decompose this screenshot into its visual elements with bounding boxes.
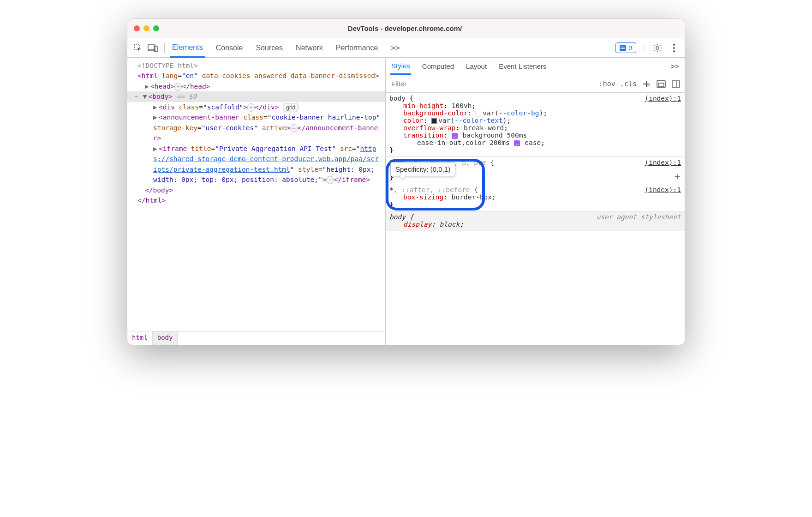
styles-panel: Styles Computed Layout Event Listeners >… [386,58,685,345]
more-menu-icon[interactable] [668,42,680,54]
issues-icon [619,45,627,51]
main-toolbar: Elements Console Sources Network Perform… [127,38,685,58]
selector: body { [389,95,413,102]
bezier-icon[interactable] [452,133,458,139]
div-scaffold[interactable]: ▶<div class="scaffold">⋯</div> grid [131,102,382,112]
tab-elements[interactable]: Elements [170,39,205,58]
main-split: <!DOCTYPE html> <html lang="en" data-coo… [127,58,685,345]
styles-tabs-overflow[interactable]: >> [670,59,680,74]
panel-tabs: Elements Console Sources Network Perform… [170,39,402,57]
tabs-overflow[interactable]: >> [389,39,401,57]
issues-badge[interactable]: 3 [615,42,636,53]
body-close: </body> [145,186,173,194]
ellipsis-icon[interactable]: ⋯ [247,103,255,112]
titlebar: DevTools - developer.chrome.com/ [127,19,685,38]
toggle-sidebar-icon[interactable] [671,79,681,89]
stab-layout[interactable]: Layout [465,59,488,74]
add-declaration-icon[interactable]: + [675,171,680,182]
styles-filter-row: :hov .cls [386,75,685,93]
stab-computed[interactable]: Computed [421,59,455,74]
rule-block-ua[interactable]: body { user agent stylesheet display: bl… [386,211,685,231]
new-rule-icon[interactable] [641,79,651,89]
ellipsis-icon[interactable]: ⋯ [174,83,182,91]
svg-point-7 [656,47,659,49]
svg-point-10 [673,50,675,52]
color-swatch-icon[interactable] [431,118,437,124]
devtools-window: DevTools - developer.chrome.com/ Element… [127,18,685,345]
tab-sources[interactable]: Sources [254,39,285,57]
svg-rect-6 [621,48,625,49]
styles-filter-input[interactable] [389,78,594,90]
doctype: <!DOCTYPE html> [137,62,198,69]
settings-icon[interactable] [651,42,663,54]
ua-label: user agent stylesheet [597,213,681,221]
grid-chip[interactable]: grid [283,103,299,113]
traffic-lights [134,25,159,31]
issues-count: 3 [629,44,633,52]
svg-point-9 [673,47,675,49]
stab-event-listeners[interactable]: Event Listeners [498,59,547,74]
source-link[interactable]: (index):1 [645,186,681,193]
maximize-window-button[interactable] [153,25,159,31]
computed-styles-icon[interactable] [656,79,666,89]
close-window-button[interactable] [134,25,140,31]
styles-tabs: Styles Computed Layout Event Listeners >… [386,58,685,75]
rule-block-universal[interactable]: *, ::after, ::before { (index):1 box-siz… [386,184,685,211]
announcement-banner-element[interactable]: ▶<announcement-banner class="cookie-bann… [131,112,382,143]
color-swatch-icon[interactable] [476,111,481,116]
tab-network[interactable]: Network [294,39,325,57]
rule-block-body[interactable]: body { (index):1 min-height: 100vh; back… [386,93,685,157]
dom-tree[interactable]: <!DOCTYPE html> <html lang="en" data-coo… [127,58,385,331]
selector: *, ::after, ::before { [389,186,478,193]
stab-styles[interactable]: Styles [390,58,411,75]
dots-icon: ⋯ [135,93,139,100]
specificity-tooltip: Specificity: (0,0,1) [390,162,455,176]
ellipsis-icon[interactable]: ⋯ [290,124,298,132]
breadcrumb-html[interactable]: html [127,331,153,345]
style-rules: body { (index):1 min-height: 100vh; back… [386,93,685,345]
breadcrumb-body[interactable]: body [153,331,178,345]
window-title: DevTools - developer.chrome.com/ [159,24,651,32]
cls-toggle[interactable]: .cls [620,80,637,88]
body-element-selected[interactable]: ⋯ ▼<body> == $0 [127,91,385,102]
minimize-window-button[interactable] [143,25,149,31]
source-link[interactable]: (index):1 [645,159,681,166]
ellipsis-icon[interactable]: ⋯ [326,176,334,184]
selector: body { [389,213,413,221]
breadcrumb: html body [127,331,385,345]
head-element[interactable]: ▶<head>⋯</head> [131,81,382,91]
eq-zero: == $0 [173,93,197,100]
bezier-icon[interactable] [514,140,520,146]
html-close: </html> [137,197,166,204]
svg-rect-5 [621,47,625,48]
hov-toggle[interactable]: :hov [599,80,615,88]
svg-rect-15 [658,83,664,86]
dom-panel: <!DOCTYPE html> <html lang="en" data-coo… [127,58,386,345]
source-link[interactable]: (index):1 [645,95,681,102]
tab-performance[interactable]: Performance [334,39,380,57]
tab-console[interactable]: Console [214,39,245,57]
svg-rect-16 [672,81,680,87]
device-toolbar-icon[interactable] [147,42,159,54]
inspect-element-icon[interactable] [132,42,144,54]
svg-point-8 [673,44,675,46]
html-element[interactable]: <html lang="en" data-cookies-answered da… [131,71,382,81]
iframe-element[interactable]: ▶<iframe title="Private Aggregation API … [131,144,382,185]
